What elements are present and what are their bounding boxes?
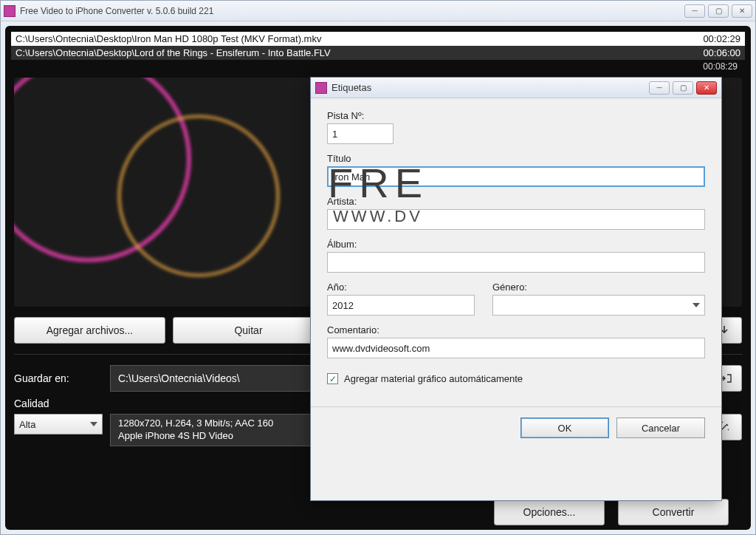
comment-label: Comentario: [327,324,705,335]
bottom-buttons: Opciones... Convertir [494,499,729,525]
album-label: Álbum: [327,239,705,250]
app-icon [315,82,327,94]
save-label: Guardar en: [14,372,103,384]
dialog-maximize-button[interactable]: ▢ [673,81,693,95]
brand-watermark: FRE WWW.DV [328,159,428,226]
year-input[interactable] [327,295,475,316]
close-button[interactable]: ✕ [732,4,752,18]
dialog-minimize-button[interactable]: ─ [649,81,670,95]
chevron-down-icon [90,422,97,426]
track-label: Pista Nº: [327,110,394,121]
chevron-down-icon [693,303,700,307]
remove-button[interactable]: Quitar [173,317,324,344]
dialog-close-button[interactable]: ✕ [696,81,717,95]
file-row[interactable]: C:\Users\Ontecnia\Desktop\Iron Man HD 10… [11,32,745,46]
decorative-circle [117,115,280,277]
album-input[interactable] [327,252,705,273]
file-path: C:\Users\Ontecnia\Desktop\Lord of the Ri… [16,47,331,58]
quality-selected: Alta [19,419,35,430]
auto-artwork-row: ✓ Agregar material gráfico automáticamen… [327,373,705,384]
app-icon [4,5,16,17]
total-duration: 00:08:29 [11,60,745,73]
auto-artwork-checkbox[interactable]: ✓ [327,373,338,384]
main-title: Free Video to iPhone Converter v. 5.0.6 … [20,6,684,16]
dialog-separator [311,406,721,407]
quality-label: Calidad [14,398,103,409]
auto-artwork-label: Agregar material gráfico automáticamente [344,373,523,384]
dialog-buttons: OK Cancelar [327,418,705,438]
track-input[interactable] [327,123,394,144]
file-duration: 00:06:00 [703,47,740,58]
maximize-button[interactable]: ▢ [708,4,729,18]
file-duration: 00:02:29 [703,33,740,44]
add-files-button[interactable]: Agregar archivos... [14,317,165,344]
genre-label: Género: [492,282,705,293]
minimize-button[interactable]: ─ [684,4,705,18]
genre-select[interactable] [492,295,705,316]
brand-big: FRE [328,159,428,207]
ok-button[interactable]: OK [520,418,609,438]
convert-button[interactable]: Convertir [618,499,729,525]
main-titlebar: Free Video to iPhone Converter v. 5.0.6 … [1,1,755,21]
options-button[interactable]: Opciones... [494,499,605,525]
file-row[interactable]: C:\Users\Ontecnia\Desktop\Lord of the Ri… [11,46,745,60]
file-path: C:\Users\Ontecnia\Desktop\Iron Man HD 10… [16,33,321,44]
brand-sub: WWW.DV [328,207,428,226]
dialog-titlebar: Etiquetas ─ ▢ ✕ [311,78,721,98]
dialog-body: Pista Nº: Título Artista: Álbum: Año: Gé… [311,98,721,447]
quality-select[interactable]: Alta [14,414,103,435]
cancel-button[interactable]: Cancelar [616,418,705,438]
year-label: Año: [327,282,475,293]
dialog-title: Etiquetas [331,82,649,93]
tags-dialog: Etiquetas ─ ▢ ✕ Pista Nº: Título Artista… [310,77,722,501]
comment-input[interactable] [327,338,705,358]
